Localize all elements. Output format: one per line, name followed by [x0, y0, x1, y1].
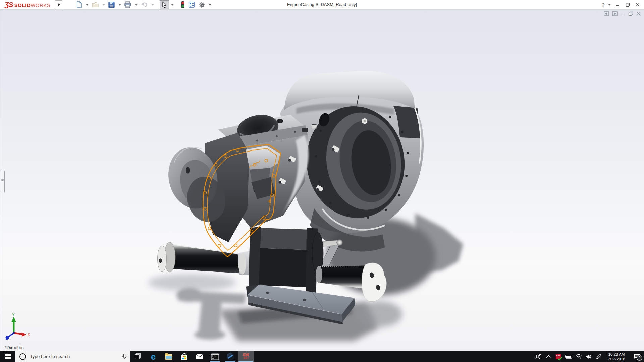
command-prompt-button[interactable]: C:\: [207, 351, 223, 362]
microphone-icon[interactable]: [122, 354, 127, 360]
new-dropdown[interactable]: [86, 4, 89, 6]
traffic-light-icon: [181, 1, 185, 8]
model-canvas[interactable]: [0, 10, 644, 351]
doc-minimize-icon[interactable]: [621, 11, 625, 16]
edge-icon: e: [151, 352, 156, 361]
new-button[interactable]: [74, 0, 84, 9]
options-dropdown[interactable]: [209, 4, 211, 6]
edrawings-button[interactable]: [223, 351, 238, 362]
restore-button[interactable]: [623, 1, 632, 8]
volume-button[interactable]: [584, 351, 594, 362]
volume-icon: [585, 354, 592, 359]
doc-restore-icon[interactable]: [628, 11, 633, 16]
save-floppy-icon: [108, 1, 115, 8]
printer-icon: [124, 1, 131, 8]
tray-time: 10:28 AM: [608, 352, 625, 357]
undo-dropdown[interactable]: [151, 4, 154, 6]
solidworks-tray-button[interactable]: SW: [553, 351, 564, 362]
rebuild-button[interactable]: [179, 0, 186, 9]
open-button[interactable]: [90, 0, 100, 9]
close-icon: [636, 3, 640, 7]
cursor-arrow-icon: [161, 1, 168, 8]
mail-button[interactable]: [192, 351, 207, 362]
wifi-icon: [575, 354, 582, 359]
people-icon: [535, 354, 542, 360]
menu-flyout-button[interactable]: [55, 0, 62, 9]
doc-close-icon[interactable]: [636, 11, 641, 16]
battery-button[interactable]: [564, 351, 574, 362]
people-button[interactable]: [533, 351, 543, 362]
start-button[interactable]: [0, 351, 15, 362]
open-dropdown[interactable]: [102, 4, 105, 6]
feature-tree-collapsed-tab[interactable]: [0, 171, 5, 192]
solidworks-tray-icon: SW: [556, 354, 561, 359]
logo-glyph: ƷS: [5, 1, 13, 9]
solidworks-taskbar-button[interactable]: SW 2017: [238, 351, 254, 362]
taskbar-search[interactable]: [15, 351, 130, 362]
properties-list-icon: [188, 1, 195, 8]
hex-bolt: [362, 118, 368, 124]
minimize-icon: [615, 3, 620, 7]
chevron-up-icon: [546, 355, 551, 358]
tray-date: 7/13/2018: [608, 357, 625, 361]
file-explorer-button[interactable]: [161, 351, 176, 362]
print-button[interactable]: [123, 0, 133, 9]
save-button[interactable]: [107, 0, 116, 9]
view-orientation-label: *Dimetric: [5, 345, 24, 350]
task-view-button[interactable]: [130, 351, 146, 362]
clock[interactable]: 10:28 AM 7/13/2018: [604, 351, 629, 362]
y-axis-label: Y: [12, 313, 15, 317]
edge-button[interactable]: e: [146, 351, 161, 362]
network-button[interactable]: [574, 351, 584, 362]
undo-button[interactable]: [139, 0, 149, 9]
system-tray: SW: [533, 351, 644, 362]
solidworks-logo: ƷS SOLIDWORKS: [0, 1, 53, 9]
battery-icon: [565, 354, 573, 359]
close-button[interactable]: [633, 1, 642, 8]
action-center-button[interactable]: 2: [629, 351, 644, 362]
select-dropdown[interactable]: [171, 4, 174, 6]
document-window-controls: [604, 11, 641, 16]
new-document-icon: [76, 1, 83, 8]
mail-icon: [196, 354, 204, 360]
collapse-left-pane-icon[interactable]: [604, 11, 609, 16]
minimize-button[interactable]: [613, 1, 622, 8]
file-properties-button[interactable]: [187, 0, 196, 9]
tab-grip-icon: [1, 179, 4, 181]
gear-icon: [198, 1, 205, 8]
windows-taskbar: e C:\ SW 2017: [0, 351, 644, 362]
edrawings-icon: [227, 353, 234, 361]
collapse-right-pane-icon[interactable]: [612, 11, 618, 16]
windows-logo-icon: [5, 354, 11, 359]
svg-text:C:\: C:\: [212, 355, 216, 357]
print-dropdown[interactable]: [135, 4, 138, 6]
task-view-icon: [135, 353, 141, 360]
command-prompt-icon: C:\: [211, 353, 219, 360]
restore-icon: [626, 3, 630, 7]
pen-icon: [596, 354, 602, 360]
left-shaft-part[interactable]: [157, 242, 255, 276]
help-button[interactable]: ?: [601, 2, 605, 8]
save-dropdown[interactable]: [118, 4, 121, 6]
pen-button[interactable]: [594, 351, 604, 362]
options-button[interactable]: [197, 0, 207, 9]
search-input[interactable]: [29, 354, 122, 359]
help-dropdown[interactable]: [608, 4, 611, 6]
reference-triad: Y X: [2, 312, 31, 340]
cortana-icon: [19, 353, 26, 360]
undo-arrow-icon: [141, 1, 148, 8]
microsoft-store-button[interactable]: [176, 351, 192, 362]
x-axis-label: X: [27, 333, 30, 337]
file-explorer-icon: [165, 354, 172, 360]
quick-access-toolbar: [74, 0, 212, 9]
microsoft-store-icon: [181, 355, 187, 360]
notification-badge: 2: [637, 355, 642, 361]
graphics-area[interactable]: Y X *Dimetric: [0, 10, 644, 351]
title-bar: ƷS SOLIDWORKS: [0, 0, 644, 10]
select-button[interactable]: [160, 0, 169, 9]
solidworks-2017-icon: SW 2017: [243, 353, 249, 360]
flyout-arrow-icon: [58, 3, 60, 6]
hidden-icons-button[interactable]: [543, 351, 553, 362]
open-folder-icon: [92, 1, 99, 8]
